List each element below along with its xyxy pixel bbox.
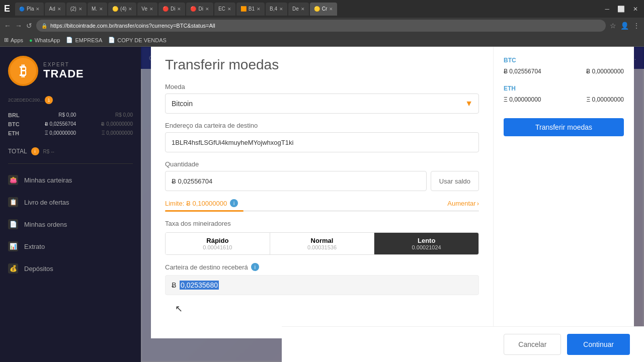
- cancel-button[interactable]: Cancelar: [504, 334, 561, 355]
- close-btn[interactable]: ✕: [631, 5, 640, 14]
- amount-row: Usar saldo: [165, 171, 479, 191]
- profile-icon[interactable]: 👤: [620, 22, 629, 30]
- tab-de[interactable]: De✕: [288, 3, 309, 16]
- bookmarks-bar: ⊞ Apps ● WhatsApp 📄 EMPRESA 📄 COPY DE VE…: [0, 34, 644, 47]
- limit-info-icon[interactable]: i: [230, 199, 238, 207]
- tab-di2[interactable]: 🔴Di✕: [186, 3, 213, 16]
- bitcoin-logo-icon: ₿: [8, 56, 38, 86]
- menu-item-ordens[interactable]: 📄 Minhas ordens: [0, 213, 141, 235]
- receive-info-icon[interactable]: i: [251, 263, 259, 271]
- taxa-group: Taxa dos mineiradores Rápido 0.00041610 …: [165, 220, 479, 255]
- notification-badge: 1: [45, 96, 53, 104]
- forward-btn[interactable]: →: [15, 22, 22, 30]
- receive-group: Carteira de destino receberá i Ƀ 0,02535…: [165, 263, 479, 295]
- back-btn[interactable]: ←: [4, 22, 11, 30]
- modal-overlay: Transferir moedas Moeda Bitcoin ▼: [141, 47, 644, 362]
- moeda-label: Moeda: [165, 83, 479, 90]
- quantidade-label: Quantidade: [165, 160, 479, 168]
- wallet-address: 2C2EDEDC200... 1: [8, 98, 53, 103]
- menu-item-depositos[interactable]: 💰 Depósitos: [0, 257, 141, 280]
- address-bar[interactable]: 🔒 https://bitcointrade.com.br/transfer/c…: [36, 20, 606, 32]
- browser-chrome: E 🔵Pla✕ Ad✕ (2)✕ M.✕ 🟡(4)✕ Ve✕ 🔴Di✕ 🔴Di✕…: [0, 0, 644, 18]
- moeda-select[interactable]: Bitcoin: [165, 94, 479, 114]
- receive-value: 0,02535680: [180, 281, 219, 290]
- maximize-btn[interactable]: ⬜: [615, 5, 627, 14]
- limit-bar: [165, 210, 479, 212]
- sidebar-menu: 👛 Minhas carteiras 📋 Livro de ofertas 📄 …: [0, 169, 141, 280]
- quantidade-input[interactable]: [165, 171, 427, 191]
- btc-symbol: ₿: [20, 63, 27, 79]
- modal-form: Transferir moedas Moeda Bitcoin ▼: [151, 47, 493, 338]
- modal-bottom-bar: Cancelar Continuar: [282, 326, 644, 362]
- modal-title: Transferir moedas: [165, 57, 479, 73]
- tab-ec[interactable]: EC✕: [214, 3, 235, 16]
- tab-cr[interactable]: 🟡Cr✕: [310, 3, 338, 16]
- tab-di1[interactable]: 🔴Di✕: [158, 3, 185, 16]
- aumentar-link[interactable]: Aumentar ›: [447, 200, 479, 207]
- btc-available-row: Ƀ 0,02556704 Ƀ 0,00000000: [504, 68, 624, 75]
- taxa-label: Taxa dos mineiradores: [165, 220, 479, 227]
- receive-label: Carteira de destino receberá i: [165, 263, 479, 271]
- app-area: ₿ EXPERT TRADE 2C2EDEDC200... 1 BRL R$ 0…: [0, 47, 644, 362]
- tab-ad[interactable]: Ad✕: [45, 3, 65, 16]
- modal-dialog: Transferir moedas Moeda Bitcoin ▼: [151, 47, 634, 338]
- tab-4[interactable]: 🟡(4)✕: [108, 3, 136, 16]
- tab-b1[interactable]: 🟧B1✕: [236, 3, 265, 16]
- fee-options: Rápido 0.00041610 Normal 0.00031536 Lent…: [165, 232, 479, 255]
- browser-logo: E: [4, 4, 10, 14]
- eth-balance-row: ETH Ξ 0,00000000 Ξ 0,00000000: [8, 130, 133, 136]
- tab-ve[interactable]: Ve✕: [137, 3, 157, 16]
- limit-row: Limite: Ƀ 0,10000000 i Aumentar ›: [165, 199, 479, 207]
- tab-2[interactable]: (2)✕: [66, 3, 87, 16]
- btc-tag: BTC: [504, 57, 624, 64]
- cursor-area: ↖: [165, 303, 479, 313]
- bm-empresa[interactable]: 📄 EMPRESA: [66, 37, 102, 43]
- endereco-group: Endereço da carteira de destino: [165, 122, 479, 152]
- moeda-select-wrapper: Bitcoin ▼: [165, 94, 479, 114]
- eth-tag: ETH: [504, 85, 624, 92]
- fee-normal[interactable]: Normal 0.00031536: [270, 233, 375, 254]
- reload-btn[interactable]: ↺: [26, 22, 32, 30]
- total-row: TOTAL i R$ --: [0, 143, 141, 159]
- total-info-icon: i: [31, 147, 39, 155]
- limit-text: Limite: Ƀ 0,10000000 i: [165, 199, 238, 207]
- quantidade-group: Quantidade Usar saldo: [165, 160, 479, 191]
- btc-section: BTC Ƀ 0,02556704 Ƀ 0,00000000: [504, 57, 624, 75]
- browser-tabs: 🔵Pla✕ Ad✕ (2)✕ M.✕ 🟡(4)✕ Ve✕ 🔴Di✕ 🔴Di✕ E…: [15, 3, 601, 16]
- bookmark-icon[interactable]: ☆: [610, 22, 616, 30]
- fee-lento[interactable]: Lento 0.00021024: [374, 233, 478, 254]
- bm-whatsapp[interactable]: ● WhatsApp: [29, 37, 60, 43]
- fee-rapido[interactable]: Rápido 0.00041610: [166, 233, 270, 254]
- continue-button[interactable]: Continuar: [567, 334, 630, 355]
- address-bar-row: ← → ↺ 🔒 https://bitcointrade.com.br/tran…: [0, 18, 644, 34]
- tab-b4[interactable]: B,4✕: [266, 3, 287, 16]
- chevron-right-icon: ›: [477, 200, 479, 207]
- transfer-moedas-right-button[interactable]: Transferir moedas: [504, 118, 624, 136]
- ordens-icon: 📄: [8, 219, 18, 229]
- sidebar-logo: ₿ EXPERT TRADE: [0, 52, 141, 94]
- bm-copy-vendas[interactable]: 📄 COPY DE VENDAS: [108, 37, 167, 43]
- depositos-icon: 💰: [8, 263, 18, 274]
- menu-item-extrato[interactable]: 📊 Extrato: [0, 235, 141, 257]
- modal-right-panel: BTC Ƀ 0,02556704 Ƀ 0,00000000 ETH Ξ 0,00…: [493, 47, 634, 338]
- usar-saldo-button[interactable]: Usar saldo: [431, 171, 479, 191]
- url-text: https://bitcointrade.com.br/transfer/coi…: [50, 23, 215, 29]
- tab-pla[interactable]: 🔵Pla✕: [15, 3, 44, 16]
- sidebar-divider: [8, 163, 133, 164]
- cursor-icon: ↖: [175, 303, 183, 314]
- whatsapp-icon: ●: [29, 37, 33, 43]
- eth-section: ETH Ξ 0,00000000 Ξ 0,00000000: [504, 85, 624, 103]
- tab-m[interactable]: M.✕: [88, 3, 107, 16]
- minimize-btn[interactable]: ─: [603, 5, 611, 14]
- menu-item-carteiras[interactable]: 👛 Minhas carteiras: [0, 169, 141, 191]
- sidebar-balances: BRL R$ 0,00 R$ 0,00 BTC Ƀ 0,02556704 Ƀ 0…: [0, 108, 141, 143]
- moeda-group: Moeda Bitcoin ▼: [165, 83, 479, 114]
- bm-apps[interactable]: ⊞ Apps: [4, 37, 23, 43]
- eth-available-row: Ξ 0,00000000 Ξ 0,00000000: [504, 96, 624, 103]
- brl-balance-row: BRL R$ 0,00 R$ 0,00: [8, 112, 133, 118]
- endereco-input[interactable]: [165, 132, 479, 152]
- extrato-icon: 📊: [8, 241, 18, 251]
- apps-icon: ⊞: [4, 37, 9, 43]
- menu-dots-icon[interactable]: ⋮: [633, 22, 640, 30]
- menu-item-livro[interactable]: 📋 Livro de ofertas: [0, 191, 141, 213]
